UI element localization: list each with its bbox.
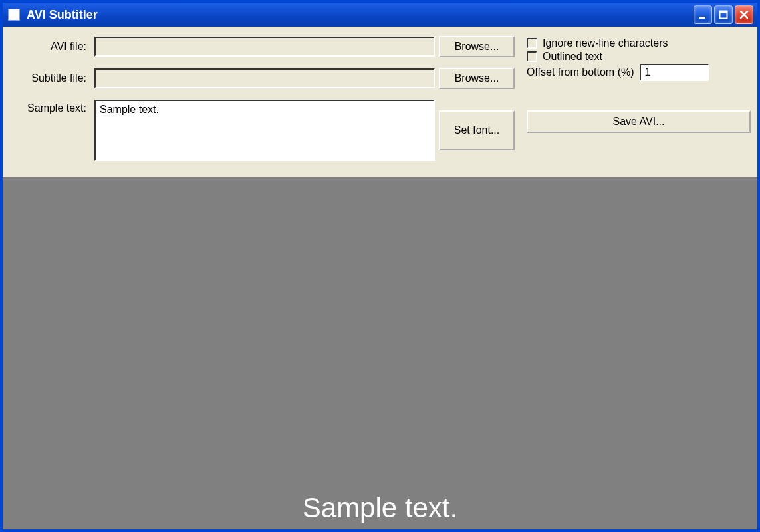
avi-file-row: AVI file: Browse... (9, 36, 515, 57)
svg-rect-0 (699, 17, 705, 19)
minimize-button[interactable] (694, 5, 712, 24)
app-icon (8, 9, 20, 21)
outlined-text-checkbox[interactable] (527, 51, 537, 62)
right-column: Ignore new-line characters Outlined text… (527, 36, 751, 161)
ignore-newlines-row: Ignore new-line characters (527, 37, 751, 49)
close-button[interactable] (735, 5, 753, 24)
subtitle-file-label: Subtitle file: (9, 72, 90, 84)
svg-rect-2 (720, 11, 727, 13)
window-controls (694, 5, 753, 24)
preview-area: Sample text. (3, 177, 757, 529)
outlined-text-label: Outlined text (543, 51, 602, 63)
maximize-icon (719, 10, 728, 19)
window-title: AVI Subtitler (27, 8, 694, 22)
minimize-icon (698, 10, 707, 19)
offset-row: Offset from bottom (%) (527, 64, 751, 81)
preview-text: Sample text. (303, 492, 457, 524)
set-font-button[interactable]: Set font... (439, 110, 515, 150)
sample-text-row: Sample text: Set font... (9, 100, 515, 161)
avi-file-field[interactable] (94, 37, 435, 57)
maximize-button[interactable] (714, 5, 733, 24)
app-window: AVI Subtitler AVI f (0, 0, 760, 532)
titlebar: AVI Subtitler (3, 3, 757, 27)
offset-label: Offset from bottom (%) (527, 66, 634, 78)
save-avi-wrap: Save AVI... (527, 110, 751, 133)
control-panel: AVI file: Browse... Subtitle file: Brows… (3, 27, 757, 177)
browse-avi-button[interactable]: Browse... (439, 36, 515, 57)
close-icon (739, 10, 749, 19)
subtitle-file-row: Subtitle file: Browse... (9, 68, 515, 89)
left-column: AVI file: Browse... Subtitle file: Brows… (9, 36, 515, 161)
browse-subtitle-button[interactable]: Browse... (439, 68, 515, 89)
sample-text-input[interactable] (94, 100, 435, 161)
ignore-newlines-label: Ignore new-line characters (543, 37, 668, 49)
ignore-newlines-checkbox[interactable] (527, 38, 537, 49)
save-avi-button[interactable]: Save AVI... (527, 110, 751, 133)
avi-file-label: AVI file: (9, 41, 90, 53)
outlined-text-row: Outlined text (527, 51, 751, 63)
subtitle-file-field[interactable] (94, 68, 435, 88)
offset-input[interactable] (640, 64, 709, 81)
sample-text-label: Sample text: (9, 100, 90, 161)
